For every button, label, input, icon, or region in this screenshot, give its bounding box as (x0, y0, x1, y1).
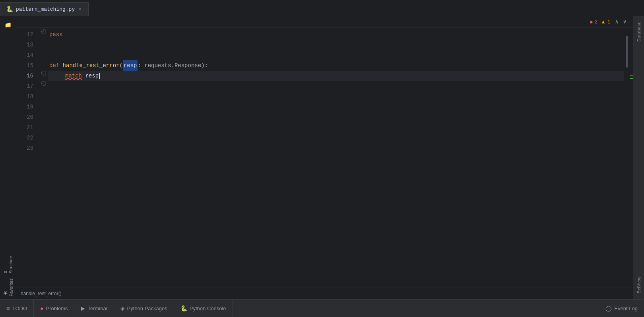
code-line-20 (48, 112, 624, 122)
def-colon: : (205, 60, 208, 71)
line-num-23: 23 (16, 143, 37, 153)
line-num-19: 19 (16, 102, 37, 112)
code-line-22 (48, 133, 624, 143)
terminal-label: Terminal (87, 305, 107, 311)
editor-container: ● 2 ▲ 1 ∧ ∨ 12 13 14 15 16 17 18 (16, 16, 633, 299)
nav-down-button[interactable]: ∨ (622, 17, 628, 26)
tab-close-button[interactable]: × (77, 7, 83, 12)
structure-icon: ≡ (3, 257, 8, 274)
sidebar-item-favorites[interactable]: ★ Favorites (2, 276, 14, 299)
left-sidebar: 📁 ≡ Structure ★ Favorites (0, 16, 16, 299)
type-requests: requests.Response (144, 60, 201, 71)
main-area: 📁 ≡ Structure ★ Favorites ● 2 ▲ 1 ∧ ∨ (0, 16, 644, 299)
text-cursor (99, 73, 100, 79)
function-name: handle_rest_error (63, 60, 120, 71)
warning-icon: ▲ (601, 19, 606, 25)
keyword-pass: pass (49, 29, 63, 40)
line-num-13: 13 (16, 40, 37, 50)
sidebar-item-structure[interactable]: ≡ Structure (3, 253, 13, 276)
paren-close: ) (201, 60, 204, 71)
python-packages-icon: ◈ (120, 305, 125, 311)
editor-tab[interactable]: 🐍 pattern_matching.py × (0, 2, 89, 16)
sidebar-item-project[interactable]: 📁 (5, 16, 11, 33)
bottom-panel: ≡ TODO ● Problems ▶ Terminal ◈ Python Pa… (0, 299, 644, 317)
event-log-label: Event Log (614, 305, 638, 311)
nav-up-button[interactable]: ∧ (613, 17, 620, 26)
tab-bar: 🐍 pattern_matching.py × (0, 0, 644, 16)
python-console-icon: 🐍 (180, 305, 187, 311)
fold-marker-15[interactable]: − (41, 71, 46, 75)
terminal-icon: ▶ (81, 305, 85, 311)
todo-icon: ≡ (6, 305, 10, 312)
code-line-17 (48, 81, 624, 91)
scrollbar-track[interactable] (624, 28, 633, 288)
code-line-12: pass (48, 29, 624, 40)
code-editor[interactable]: 12 13 14 15 16 17 18 19 20 21 22 23 − (16, 28, 633, 288)
minimap-line-1 (630, 75, 633, 76)
error-badge: ● 2 (590, 18, 597, 25)
code-line-16: match resp (48, 71, 624, 81)
folder-icon: 📁 (5, 21, 11, 29)
code-line-14 (48, 50, 624, 60)
right-tab-database[interactable]: Database (635, 17, 643, 46)
code-line-18 (48, 91, 624, 102)
structure-label: Structure (8, 256, 13, 274)
todo-label: TODO (12, 305, 27, 311)
error-icon: ● (590, 18, 593, 25)
line-num-20: 20 (16, 112, 37, 122)
warning-badge: ▲ 1 (601, 19, 610, 25)
warning-count: 1 (607, 19, 610, 25)
right-sidebar: Database SciView (633, 16, 644, 299)
breadcrumb-bar: handle_rest_error() (16, 288, 633, 299)
breadcrumb-text: handle_rest_error() (21, 291, 62, 296)
code-line-15: def handle_rest_error ( resp : requests.… (48, 60, 624, 71)
problems-label: Problems (46, 305, 68, 311)
scrollbar-thumb[interactable] (626, 36, 628, 68)
bottom-tab-python-packages[interactable]: ◈ Python Packages (114, 300, 174, 317)
editor-toolbar: ● 2 ▲ 1 ∧ ∨ (16, 16, 633, 28)
favorites-label: Favorites (9, 278, 14, 296)
keyword-match: match (65, 71, 82, 81)
code-line-13 (48, 40, 624, 50)
line-num-18: 18 (16, 91, 37, 102)
right-tab-sciview[interactable]: SciView (635, 273, 643, 297)
type-hint-colon: : (138, 60, 144, 71)
line-num-15: 15 (16, 60, 37, 71)
line-num-21: 21 (16, 122, 37, 133)
bottom-tab-problems[interactable]: ● Problems (34, 300, 74, 317)
tab-filename: pattern_matching.py (16, 6, 75, 12)
line-num-17: 17 (16, 81, 37, 91)
code-line-21 (48, 122, 624, 133)
line-num-14: 14 (16, 50, 37, 60)
code-line-23 (48, 143, 624, 153)
event-log-button[interactable]: ◯ Event Log (599, 300, 644, 317)
line-num-12: 12 (16, 29, 37, 40)
fold-marker-12[interactable]: − (41, 29, 46, 34)
code-content[interactable]: pass def handle_rest_error ( resp : requ… (48, 28, 624, 288)
minimap-line-2 (630, 78, 633, 79)
match-var: resp (85, 71, 99, 81)
line-numbers: 12 13 14 15 16 17 18 19 20 21 22 23 (16, 28, 40, 288)
line-num-16: 16 (16, 71, 37, 81)
python-packages-label: Python Packages (127, 305, 167, 311)
gutter: − − − (40, 28, 48, 288)
star-icon: ★ (2, 279, 9, 296)
param-resp: resp (123, 60, 138, 71)
bottom-tab-todo[interactable]: ≡ TODO (0, 300, 34, 317)
fold-marker-16[interactable]: − (41, 81, 46, 86)
line-num-22: 22 (16, 133, 37, 143)
space (82, 71, 85, 81)
python-console-label: Python Console (190, 305, 226, 311)
error-count: 2 (595, 19, 597, 25)
tab-python-icon: 🐍 (6, 6, 14, 13)
code-line-19 (48, 102, 624, 112)
keyword-def: def (49, 60, 63, 71)
event-log-icon: ◯ (605, 305, 612, 311)
bottom-tab-terminal[interactable]: ▶ Terminal (74, 300, 114, 317)
nav-arrows: ∧ ∨ (613, 17, 628, 26)
problems-icon: ● (40, 305, 43, 311)
bottom-tab-python-console[interactable]: 🐍 Python Console (174, 300, 233, 317)
paren-open: ( (119, 60, 122, 71)
